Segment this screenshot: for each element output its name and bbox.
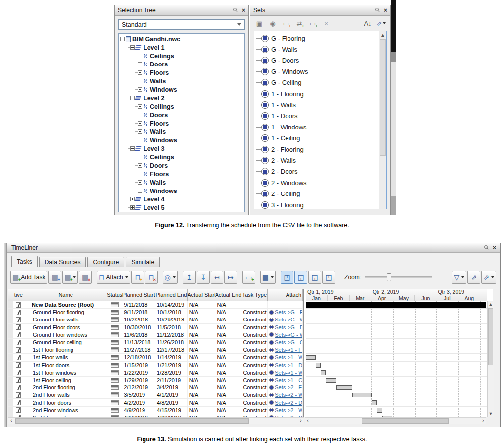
tree-item[interactable]: Level 5 [119,203,244,212]
zoom-slider-thumb[interactable] [387,273,391,281]
close-icon[interactable] [493,245,496,250]
attached-link[interactable]: Sets->1 - Do [275,362,302,368]
expand-icon[interactable] [138,54,142,58]
active-checkbox[interactable] [16,385,21,390]
set-item[interactable]: G - Doors [254,55,379,66]
tree-item[interactable]: Walls [119,128,244,136]
tree-item[interactable]: Level 1 [119,43,244,52]
row-selector[interactable] [8,377,13,384]
view-actual-button[interactable]: ◳ [322,271,335,284]
attached-link[interactable]: Sets->G - W [275,332,302,338]
row-selector[interactable] [8,362,13,369]
column-header-actual-end[interactable]: Actual End [216,289,242,301]
gantt-task-bar[interactable] [377,408,382,413]
selection-tree-mode-dropdown[interactable]: Standard [118,19,245,30]
table-row[interactable]: 2nd Floor walls3/5/20194/1/2019N/AN/ACon… [8,391,303,399]
table-row[interactable]: 1st Floor walls12/18/20181/14/2019N/AN/A… [8,354,303,361]
view-gantt-chart-button[interactable]: ◰ [281,271,293,284]
gantt-task-bar[interactable] [316,363,321,368]
view-planned-vs-actual-button[interactable]: ◲ [308,271,321,284]
row-selector[interactable] [8,384,13,391]
zoom-slider[interactable] [365,276,432,278]
comment-button[interactable]: ▭+ [242,271,255,284]
active-checkbox[interactable] [16,317,21,322]
active-checkbox[interactable] [16,370,21,375]
attach-button[interactable]: ⊓Attach [97,271,130,284]
filter-button[interactable]: ▽ [452,271,466,284]
active-checkbox[interactable] [16,362,21,368]
attached-link[interactable]: Sets->G - W [275,317,302,322]
attached-link[interactable]: Sets->2 - Do [275,400,302,406]
row-selector[interactable] [8,354,13,361]
set-item[interactable]: G - Ceiling [254,77,379,88]
expand-icon[interactable] [138,129,142,134]
set-item[interactable]: G - Windows [254,66,379,77]
table-row[interactable]: Ground Floor doors10/30/201811/5/2018N/A… [8,324,303,331]
expand-icon[interactable] [138,172,142,176]
expand-icon[interactable] [138,155,142,159]
table-row[interactable]: 2nd Floor doors4/2/20194/8/2019N/AN/ACon… [8,399,303,406]
tree-item[interactable]: Doors [119,111,244,119]
indent-button[interactable]: ↦ [224,271,237,284]
tab-data-sources[interactable]: Data Sources [39,257,86,267]
tab-tasks[interactable]: Tasks [11,256,38,267]
attached-link[interactable]: Sets->2 - W [275,407,302,413]
scrollbar-thumb[interactable] [362,418,449,424]
set-item[interactable]: 2 - Walls [254,155,379,166]
columns-button[interactable]: ▦ [260,271,276,284]
gantt-horizontal-scrollbar[interactable]: ‹ › [305,417,486,424]
tree-item[interactable]: Level 4 [119,195,244,203]
expand-icon[interactable] [138,79,142,83]
active-checkbox[interactable] [16,324,21,330]
tree-item[interactable]: Walls [119,77,244,85]
table-row[interactable]: Ground Floor ceiling11/13/201811/26/2018… [8,339,303,346]
app-scrollbar[interactable] [391,0,396,215]
insert-task-button[interactable]: ▤+ [48,271,61,284]
column-header-planned-start[interactable]: Planned Start [122,289,155,301]
set-item[interactable]: 3 - Flooring [254,199,379,209]
tree-item[interactable]: Level 2 [119,94,244,102]
tree-item[interactable]: Floors [119,68,244,77]
delete-task-button[interactable]: ▤× [79,271,92,284]
set-item[interactable]: G - Walls [254,44,379,55]
tree-item[interactable]: Ceilings [119,52,244,60]
row-selector[interactable] [8,346,13,353]
scrollbar-thumb[interactable] [391,52,396,62]
column-header-task-type[interactable]: Task Type [241,289,268,301]
table-row[interactable]: Ground Floor windows11/6/201811/12/2018N… [8,331,303,339]
table-row[interactable]: 1st Floor ceiling1/29/20192/11/2019N/AN/… [8,377,303,384]
active-checkbox[interactable] [16,310,21,315]
set-item[interactable]: 2 - Flooring [254,144,379,155]
collapse-icon[interactable] [130,96,135,100]
auto-attach-button[interactable]: ◎ [163,271,178,284]
table-row[interactable]: 1st Floor windows1/22/20191/28/2019N/AN/… [8,369,303,377]
row-selector[interactable] [8,369,13,376]
clear-attachment-button[interactable]: ⊓× [145,271,158,284]
row-selector[interactable] [8,324,13,331]
export-schedule-button[interactable]: ⇗ [467,271,480,284]
scroll-down-icon[interactable]: ▼ [488,411,494,417]
active-checkbox[interactable] [16,302,21,308]
tree-item[interactable]: Windows [119,85,244,94]
table-row[interactable]: New Data Source (Root)9/11/201810/14/201… [8,301,303,309]
attached-link[interactable]: Sets->1 - Ce [275,377,302,383]
table-row[interactable]: 2nd Floor windows4/9/20194/15/2019N/AN/A… [8,407,303,414]
tab-simulate[interactable]: Simulate [126,257,160,267]
expand-icon[interactable] [130,205,135,210]
active-checkbox[interactable] [16,407,21,413]
collapse-icon[interactable] [130,146,135,151]
active-checkbox[interactable] [16,340,21,345]
expand-icon[interactable] [138,62,142,66]
active-checkbox[interactable] [16,400,21,405]
gantt-task-bar[interactable] [321,370,326,375]
attached-link[interactable]: Sets->G - C [275,339,302,345]
delete-set-icon[interactable]: × [321,18,332,29]
expand-icon[interactable] [138,163,142,168]
expand-icon[interactable] [138,121,142,126]
attached-link[interactable]: Sets->1 - W [275,370,302,376]
row-selector[interactable] [8,339,13,346]
attached-link[interactable]: Sets->2 - W [275,392,302,398]
column-header-actual-start[interactable]: Actual Start [188,289,216,301]
gantt-task-bar[interactable] [372,400,377,405]
set-item[interactable]: 1 - Windows [254,122,379,132]
